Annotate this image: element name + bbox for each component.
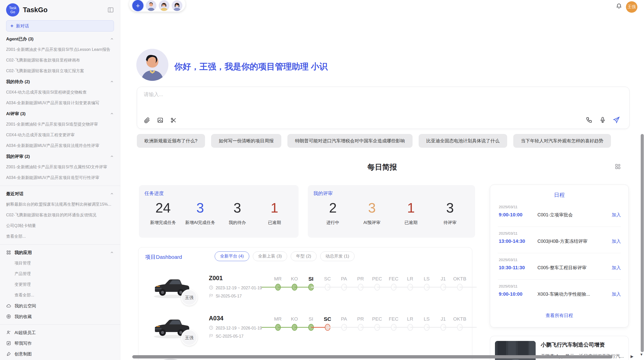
agent-avatar-2[interactable] [159,0,169,11]
image-icon[interactable] [157,117,164,125]
list-item[interactable]: A034-全新新能源MUV产品开发项目法规符合性评审 [6,140,114,151]
list-item[interactable]: Z001-全新燃油轻卡产品开发项目SI造型提交物评审 [6,119,114,130]
project-owner-badge: 王强 [181,329,197,346]
list-item[interactable]: 解释最新出台的欧盟报废车法规再生塑料比例被调至15%... [6,199,114,210]
app-item-change-mgmt[interactable]: 变更管理 [6,279,114,290]
suggestion-chip[interactable]: 当下年轻人对汽车外观有怎样的喜好趋势 [513,134,611,148]
milestone-j1: J1 [435,315,451,332]
list-item[interactable]: C02-飞腾新能源轻客改款项目里程碑画布 [6,55,114,66]
tool-ai-super-staff[interactable]: AI超级员工 [6,327,114,338]
milestone-oktb: OKTB [451,275,468,292]
schedule-event-title: X003-车辆动力学性能验... [537,291,612,297]
section-my-todo[interactable]: 我的待办 (2) [6,76,114,87]
section-recent-chats[interactable]: 最近对话 [6,188,114,199]
join-link[interactable]: 加入 [612,265,621,271]
milestone-pec: PEC [369,315,385,332]
new-chat-label: 新对话 [16,23,29,29]
new-chat-button[interactable]: + 新对话 [6,20,114,32]
view-all-chats-link[interactable]: 查看全部... [6,231,114,242]
user-avatar[interactable]: 王强 [626,1,637,13]
paperclip-icon[interactable] [144,117,150,125]
milestone-mr: MR [270,315,286,332]
notification-bell-icon[interactable] [616,3,622,10]
join-link[interactable]: 加入 [612,212,621,218]
chevron-up-icon[interactable] [110,37,114,41]
filter-pill[interactable]: 全新上装 (3) [253,251,287,261]
project-row[interactable]: 王强 Z001 2023-12-19 ~ 2027-01-19 SI-2025-… [138,273,472,313]
section-my-apps[interactable]: 我的应用 [6,247,114,258]
suggestion-chip[interactable]: 特朗普可能对进口汽车增税会对中国车企造成哪些影响 [287,134,413,148]
microphone-icon[interactable] [599,116,606,124]
list-item[interactable]: 公司Q3轻卡销量 [6,220,114,231]
section-agent-done[interactable]: Agent已办 (3) [6,34,114,44]
tool-help-me-write[interactable]: 帮我写作 [6,338,114,349]
list-item[interactable]: C02-飞腾新能源轻客改款项目立项汇报方案 [6,66,114,76]
chat-input[interactable] [144,91,525,108]
divider [498,279,621,280]
scroll-down-arrow-icon[interactable]: ▼ [640,352,643,356]
milestone-track: MRKOSISCPAPRPECFECLRLSJ1OKTB [270,275,479,292]
agent-avatar-1[interactable] [146,0,156,11]
chevron-up-icon[interactable] [110,154,114,158]
milestone-ls: LS [418,275,435,292]
chevron-up-icon[interactable] [110,250,114,254]
app-title: TaskGo [23,6,107,14]
project-row[interactable]: 王强 A034 2023-12-19 ~ 2026-01-19 SC-2025-… [138,313,472,353]
suggestion-chip[interactable]: 比亚迪全固态电池计划具体说了什么 [419,134,507,148]
project-node: SC-2025-05-17 [209,334,243,339]
list-item[interactable]: Z001-全新燃油皮卡产品开发项目SI节点Lesson Learn报告 [6,44,114,55]
filter-pill[interactable]: 全新平台 (4) [215,251,249,261]
chevron-up-icon[interactable] [110,112,114,116]
suggestion-chip[interactable]: 欧洲新规最近颁布了什么? [137,134,205,148]
agent-avatar-3[interactable] [172,0,182,11]
task-progress-card: 任务进度 24 新增完成任务 3 新增AI完成任务 3 我的待办 1 已逾期 [139,185,299,238]
scissors-icon[interactable] [170,117,177,125]
app-item-project-mgmt[interactable]: 项目管理 [6,258,114,268]
app-item-product-mgmt[interactable]: 产品管理 [6,268,114,279]
flag-icon [209,334,213,339]
project-node: SI-2025-05-17 [209,293,242,299]
stat-my-todo: 3 我的待办 [219,199,256,226]
list-item[interactable]: C0X4-动力总成开发项目SI里程碑提交物检查 [6,87,114,98]
list-item[interactable]: C02-飞腾新能源轻客改款项目的闭环通告反馈情况 [6,210,114,220]
schedule-item: 2025/03/11 13:00-14:30 C003|H0B-方案冻结评审 加… [499,231,621,256]
star-badge-icon [6,314,11,319]
my-favorites[interactable]: 我的收藏 [6,311,114,322]
view-all-schedule-link[interactable]: 查看所有日程 [490,312,628,319]
schedule-time: 9:00-10:00 [499,291,537,297]
news-title: 小鹏飞行汽车制造公司增资 [541,341,625,348]
milestone-fec: FEC [385,315,402,332]
schedule-item: 2025/03/11 10:30-11:30 C005-整车工程目标评审 加入 [499,258,621,282]
chevron-up-icon[interactable] [110,192,114,196]
vertical-scrollbar[interactable] [641,134,644,352]
filter-pill[interactable]: 动总开发 (1) [320,251,355,261]
clock-icon [209,325,213,331]
scroll-right-arrow-icon[interactable]: ▶ [631,354,634,359]
add-agent-button[interactable]: + [132,0,143,11]
schedule-time: 10:30-11:30 [499,265,537,271]
layout-grid-icon[interactable] [614,163,621,171]
sidebar-collapse-icon[interactable] [107,7,114,13]
join-link[interactable]: 加入 [612,291,621,297]
milestone-lr: LR [402,315,418,332]
suggestion-chip[interactable]: 如何写一份清晰的项目周报 [211,134,281,148]
phone-icon[interactable] [586,116,593,124]
milestone-oktb: OKTB [451,315,468,332]
join-link[interactable]: 加入 [612,238,621,244]
list-item[interactable]: A034-全新新能源MUV产品开发项目造型可行性评审 [6,172,114,183]
view-all-apps-link[interactable]: 查看全部... [6,290,114,301]
section-ai-review[interactable]: AI评审 (3) [6,108,114,119]
list-item[interactable]: C0X4-动力总成开发项目工程变更评审 [6,130,114,140]
composer-attachments [144,117,177,125]
filter-pill[interactable]: 年型 (2) [291,251,317,261]
horizontal-scrollbar[interactable] [132,355,612,358]
section-my-review[interactable]: 我的评审 (2) [6,151,114,162]
list-item[interactable]: A034-全新新能源MUV产品开发项目计划变更表编写 [6,98,114,108]
chevron-up-icon[interactable] [110,80,114,84]
list-item[interactable]: Z001-全新燃油轻卡产品开发项目SI节点属性5D文件评审 [6,162,114,172]
my-cloud-space[interactable]: 我的云空间 [6,301,114,311]
send-icon[interactable] [613,116,620,125]
milestone-pa: PA [336,315,352,332]
tool-creative-drawing[interactable]: 创意制图 [6,349,114,359]
milestone-tail-line [468,315,479,332]
